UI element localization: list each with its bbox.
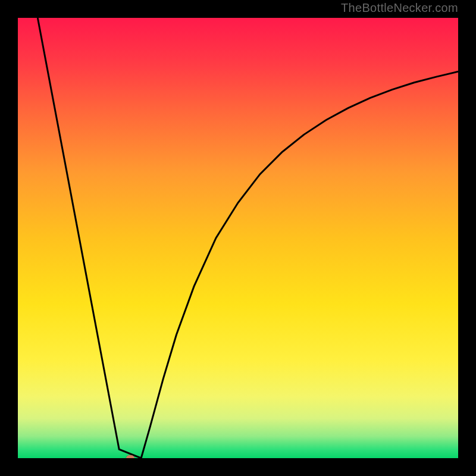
curve-path (37, 18, 458, 458)
chart-frame: TheBottleNecker.com (0, 0, 476, 476)
watermark-text: TheBottleNecker.com (341, 1, 458, 15)
minimum-marker (126, 455, 134, 458)
plot-area (18, 18, 458, 458)
bottleneck-curve (18, 18, 458, 458)
